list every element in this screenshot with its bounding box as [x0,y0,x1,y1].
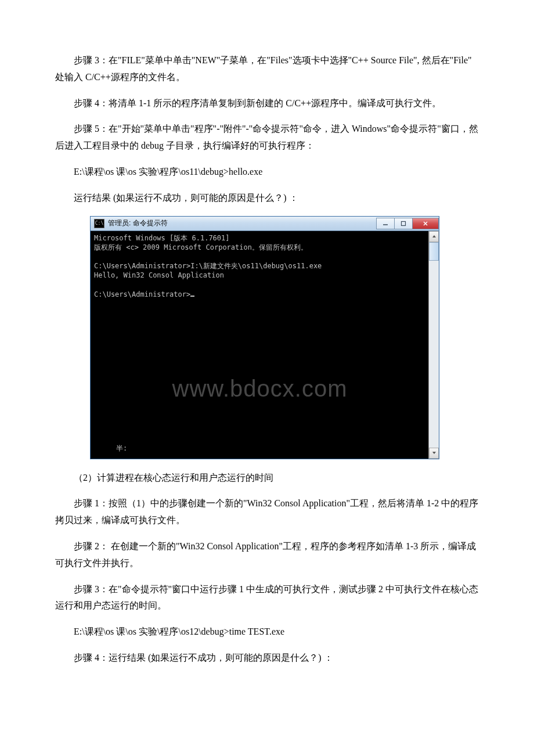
step-4-paragraph: 步骤 4：将清单 1-1 所示的程序清单复制到新创建的 C/C++源程序中。编译… [55,95,479,112]
scrollbar-thumb[interactable] [429,242,439,261]
scrollbar-track[interactable] [429,261,439,448]
step-4-paragraph-b: 步骤 4：运行结果 (如果运行不成功，则可能的原因是什么？) ： [55,650,479,667]
document-page: 步骤 3：在"FILE"菜单中单击"NEW"子菜单，在"Files"选项卡中选择… [0,0,534,711]
svg-marker-5 [432,452,436,454]
window-title: 管理员: 命令提示符 [108,217,168,230]
titlebar-left: C:\ 管理员: 命令提示符 [94,217,168,230]
titlebar: C:\ 管理员: 命令提示符 [91,217,439,231]
chevron-down-icon [432,451,436,455]
step-3-paragraph: 步骤 3：在"FILE"菜单中单击"NEW"子菜单，在"Files"选项卡中选择… [55,52,479,86]
cmd-icon: C:\ [94,219,104,228]
window-controls [377,218,439,229]
minimize-icon [383,221,388,226]
cursor [190,296,194,297]
vertical-scrollbar[interactable] [428,231,439,459]
close-icon [423,221,428,226]
maximize-button[interactable] [394,218,413,229]
command-prompt-window: C:\ 管理员: 命令提示符 Microsoft Windows [版本 6.1… [90,216,439,459]
command-path-1: E:\课程\os 课\os 实验\程序\os11\debug>hello.exe [55,164,479,181]
run-result-prompt-1: 运行结果 (如果运行不成功，则可能的原因是什么？) ： [55,190,479,207]
svg-rect-1 [402,221,406,225]
console-output[interactable]: Microsoft Windows [版本 6.1.7601] 版权所有 <c>… [91,231,428,459]
step-2-paragraph-b: 步骤 2： 在创建一个新的"Win32 Consol Application"工… [55,538,479,572]
ime-indicator: 半: [116,442,127,455]
console-body: Microsoft Windows [版本 6.1.7601] 版权所有 <c>… [91,231,439,459]
close-button[interactable] [412,218,439,229]
minimize-button[interactable] [376,218,395,229]
svg-marker-4 [432,235,436,237]
section-2-heading: （2）计算进程在核心态运行和用户态运行的时间 [55,470,479,487]
chevron-up-icon [432,234,436,239]
scroll-down-button[interactable] [429,448,439,459]
step-5-paragraph: 步骤 5：在"开始"菜单中单击"程序"-"附件"-"命令提示符"命令，进入 Wi… [55,121,479,154]
step-1-paragraph-b: 步骤 1：按照（1）中的步骤创建一个新的"Win32 Consol Applic… [55,495,479,529]
scroll-up-button[interactable] [429,231,439,242]
command-path-2: E:\课程\os 课\os 实验\程序\os12\debug>time TEST… [55,624,479,640]
step-3-paragraph-b: 步骤 3：在"命令提示符"窗口中运行步骤 1 中生成的可执行文件，测试步骤 2 … [55,581,479,615]
maximize-icon [400,221,406,226]
